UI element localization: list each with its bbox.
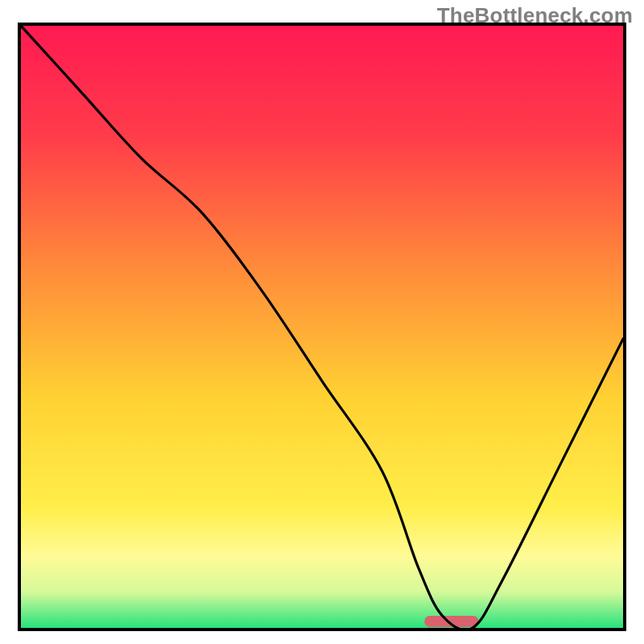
chart-frame xyxy=(18,23,626,631)
gradient-background xyxy=(21,26,623,628)
chart-container: TheBottleneck.com xyxy=(0,0,644,644)
chart-svg xyxy=(21,26,623,628)
